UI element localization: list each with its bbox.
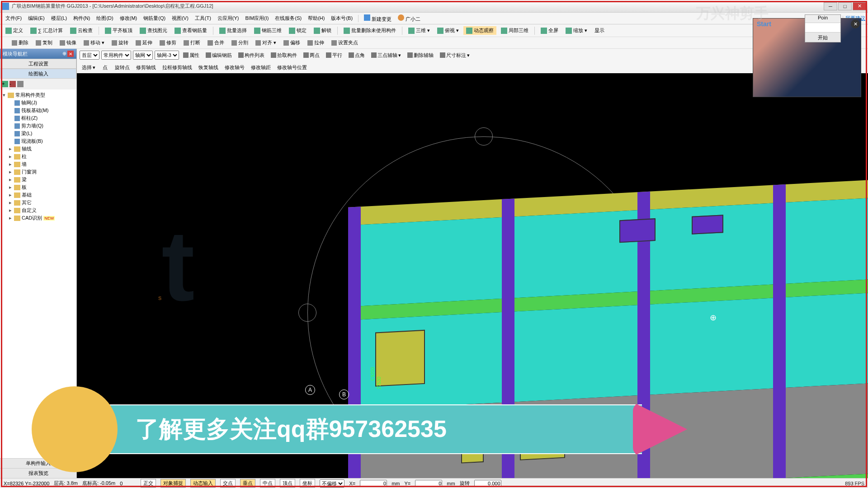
btn-twopoint[interactable]: 两点	[301, 51, 322, 60]
new-change-button[interactable]: 新建变更	[361, 13, 394, 24]
btn-find[interactable]: 查找图元	[137, 26, 170, 35]
btn-define[interactable]: 定义	[3, 26, 26, 35]
menu-bim[interactable]: BIM应用(I)	[243, 14, 272, 23]
maximize-button[interactable]: □	[838, 2, 852, 10]
btn-pick[interactable]: 拾取构件	[269, 51, 299, 60]
btn-merge[interactable]: 合并	[205, 38, 227, 47]
floor-select[interactable]: 首层	[80, 51, 99, 60]
expand-icon[interactable]: +	[2, 81, 8, 87]
rot-input[interactable]	[474, 480, 501, 487]
menu-help[interactable]: 帮助(H)	[305, 14, 327, 23]
tree-foundation[interactable]: ▸基础	[2, 191, 75, 199]
nav-close-icon[interactable]: ✕	[67, 51, 74, 57]
section-settings[interactable]: 工程设置	[0, 59, 76, 69]
btn-grips[interactable]: 设置夹点	[329, 38, 361, 47]
tree-opening[interactable]: ▸门窗洞	[2, 168, 75, 176]
btn-lock[interactable]: 锁定	[286, 26, 309, 35]
menu-version[interactable]: 版本号(B)	[328, 14, 355, 23]
type-select[interactable]: 轴网	[133, 51, 153, 60]
btn-zoom[interactable]: 缩放 ▾	[563, 26, 590, 35]
btn-cloudcheck[interactable]: 云检查	[67, 26, 95, 35]
tree-slab[interactable]: 现浇板(B)	[2, 137, 75, 145]
btn-split[interactable]: 分割	[229, 38, 251, 47]
btn-local3d[interactable]: 局部三维	[498, 26, 531, 35]
btn-batch-delete[interactable]: 批量删除未使用构件	[341, 26, 399, 35]
menu-floor[interactable]: 楼层(L)	[48, 14, 70, 23]
btn-modnum[interactable]: 修改轴号	[222, 63, 247, 72]
btn-break[interactable]: 打断	[181, 38, 203, 47]
close-button[interactable]: ✕	[853, 2, 866, 10]
btn-threepoint[interactable]: 三点辅轴 ▾	[369, 51, 403, 60]
menu-component[interactable]: 构件(N)	[71, 14, 93, 23]
toggle-vertex[interactable]: 顶点	[280, 479, 295, 488]
btn-batch-select[interactable]: 批量选择	[217, 26, 250, 35]
subtype-select[interactable]: 轴网-3	[155, 51, 179, 60]
btn-select[interactable]: 选择 ▾	[80, 63, 98, 72]
btn-extend[interactable]: 延伸	[133, 38, 155, 47]
btn-point[interactable]: 点	[99, 63, 110, 72]
btn-complist[interactable]: 构件列表	[236, 51, 267, 60]
tree-axisline[interactable]: ▸轴线	[2, 145, 75, 153]
btn-copy[interactable]: 复制	[33, 38, 55, 47]
btn-parallel[interactable]: 平行	[324, 51, 344, 60]
tree-custom[interactable]: ▸自定义	[2, 206, 75, 214]
btn-display[interactable]: 显示	[592, 26, 607, 35]
tree-beam2[interactable]: ▸梁	[2, 176, 75, 183]
btn-delaux[interactable]: 删除辅轴	[405, 51, 436, 60]
menu-rebar[interactable]: 钢筋量(Q)	[141, 14, 168, 23]
tree-other[interactable]: ▸其它	[2, 199, 75, 206]
tree-cad[interactable]: ▸CAD识别 NEW	[2, 214, 75, 222]
btn-align[interactable]: 对齐 ▾	[253, 38, 279, 47]
tree-plate[interactable]: ▸板	[2, 183, 75, 191]
btn-props[interactable]: 属性	[181, 51, 202, 60]
offset-select[interactable]: 不偏移	[320, 479, 344, 488]
tree-wall[interactable]: ▸墙	[2, 160, 75, 168]
orbit-handle-top[interactable]	[475, 127, 493, 145]
tree-root[interactable]: ▾常用构件类型	[2, 91, 75, 99]
video-close-icon[interactable]: ✕	[851, 19, 860, 28]
user-name[interactable]: 广小二	[395, 13, 423, 24]
minimize-button[interactable]: ─	[824, 2, 837, 10]
menu-modify[interactable]: 修改(M)	[117, 14, 140, 23]
btn-offset[interactable]: 偏移	[281, 38, 303, 47]
orbit-handle-left[interactable]	[298, 304, 316, 322]
section-draw[interactable]: 绘图输入	[0, 69, 76, 79]
cfg-icon[interactable]	[17, 81, 24, 87]
btn-view-rebar[interactable]: 查看钢筋量	[172, 26, 210, 35]
btn-3d[interactable]: 三维 ▾	[406, 26, 433, 35]
btn-fullscreen[interactable]: 全屏	[538, 26, 561, 35]
btn-edit-rebar[interactable]: 编辑钢筋	[203, 51, 234, 60]
btn-stretch[interactable]: 拉伸	[305, 38, 327, 47]
menu-draw[interactable]: 绘图(D)	[94, 14, 116, 23]
btn-rotatepoint[interactable]: 旋转点	[112, 63, 132, 72]
tree-column[interactable]: 框柱(Z)	[2, 114, 75, 122]
toggle-dyninput[interactable]: 动态输入	[190, 479, 216, 488]
menu-file[interactable]: 文件(F)	[3, 14, 24, 23]
tree-beam[interactable]: 梁(L)	[2, 130, 75, 137]
btn-boxtrim[interactable]: 拉框修剪轴线	[160, 63, 194, 72]
tree-col[interactable]: ▸柱	[2, 153, 75, 160]
toggle-ortho[interactable]: 正交	[141, 479, 156, 488]
tree-axis[interactable]: 轴网(J)	[2, 99, 75, 107]
toggle-coord[interactable]: 坐标	[300, 479, 315, 488]
btn-mirror[interactable]: 镜像	[57, 38, 79, 47]
btn-move[interactable]: 移动 ▾	[81, 38, 107, 47]
btn-trim[interactable]: 修剪	[157, 38, 179, 47]
btn-orbit[interactable]: 动态观察	[463, 26, 496, 35]
toggle-perp[interactable]: 垂点	[240, 479, 255, 488]
btn-rebar3d[interactable]: 钢筋三维	[251, 26, 284, 35]
menu-tools[interactable]: 工具(T)	[192, 14, 214, 23]
menu-view[interactable]: 视图(V)	[169, 14, 191, 23]
btn-unlock[interactable]: 解锁	[311, 26, 334, 35]
menu-online[interactable]: 在线服务(S)	[272, 14, 304, 23]
toggle-intersect[interactable]: 交点	[220, 479, 236, 488]
btn-align-slab[interactable]: 平齐板顶	[102, 26, 135, 35]
btn-topview[interactable]: 俯视 ▾	[434, 26, 462, 35]
menu-cloud[interactable]: 云应用(Y)	[215, 14, 242, 23]
pin-icon[interactable]: ⊕	[62, 51, 66, 57]
btn-sum[interactable]: ∑ 汇总计算	[28, 26, 66, 35]
btn-pointangle[interactable]: 点角	[346, 51, 367, 60]
btn-modpos[interactable]: 修改轴号位置	[275, 63, 309, 72]
x-input[interactable]	[360, 480, 387, 487]
collapse-icon[interactable]: -	[9, 81, 16, 87]
